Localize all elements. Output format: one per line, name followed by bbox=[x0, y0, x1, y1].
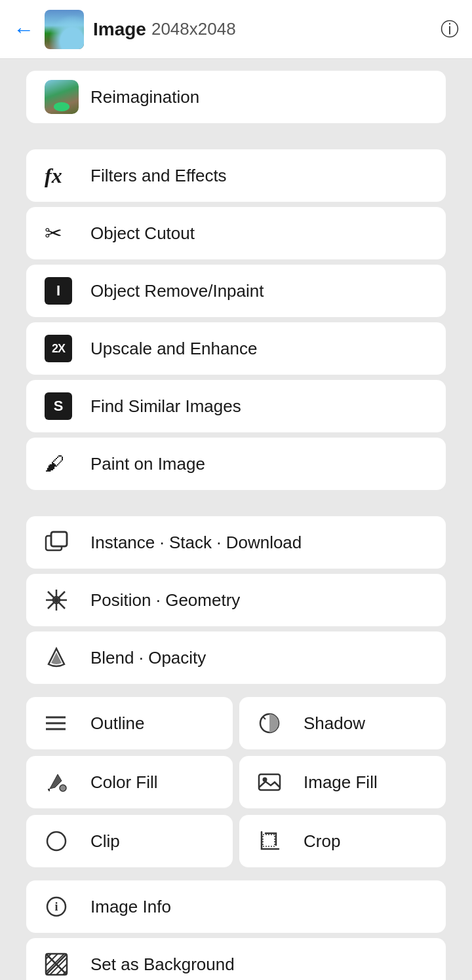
image-size: 2048x2048 bbox=[151, 19, 236, 39]
menu-item-set-background[interactable]: Set as Background bbox=[26, 938, 446, 980]
svg-line-12 bbox=[263, 717, 266, 719]
menu-item-outline[interactable]: Outline bbox=[26, 697, 233, 749]
clip-icon bbox=[45, 829, 79, 853]
filters-effects-icon: fx bbox=[45, 164, 79, 188]
menu-item-filters-effects[interactable]: fx Filters and Effects bbox=[26, 149, 446, 202]
blend-opacity-icon bbox=[45, 646, 79, 669]
menu-item-position-geometry[interactable]: Position · Geometry bbox=[26, 574, 446, 626]
filters-effects-label: Filters and Effects bbox=[90, 166, 227, 186]
image-fill-icon bbox=[258, 770, 292, 794]
section-tools1: fx Filters and Effects ✂ Object Cutout I… bbox=[26, 149, 446, 490]
inpaint-box: I bbox=[45, 277, 72, 305]
position-geometry-label: Position · Geometry bbox=[90, 590, 240, 611]
upscale-icon: 2X bbox=[45, 335, 79, 362]
inpaint-icon: I bbox=[45, 277, 79, 305]
image-thumbnail bbox=[45, 10, 84, 49]
menu-item-find-similar[interactable]: S Find Similar Images bbox=[26, 380, 446, 432]
menu-item-clip[interactable]: Clip bbox=[26, 815, 233, 867]
instance-stack-label: Instance · Stack · Download bbox=[90, 533, 302, 553]
menu-item-image-info[interactable]: i Image Info bbox=[26, 880, 446, 933]
menu-item-instance-stack[interactable]: Instance · Stack · Download bbox=[26, 516, 446, 569]
svg-point-13 bbox=[60, 785, 66, 791]
upscale-box: 2X bbox=[45, 335, 72, 362]
svg-point-16 bbox=[47, 832, 66, 850]
find-similar-icon: S bbox=[45, 392, 79, 420]
svg-rect-17 bbox=[263, 835, 275, 846]
set-background-label: Set as Background bbox=[90, 954, 235, 975]
outline-icon bbox=[45, 714, 79, 732]
menu-item-object-cutout[interactable]: ✂ Object Cutout bbox=[26, 207, 446, 259]
menu-item-paint[interactable]: 🖌 Paint on Image bbox=[26, 438, 446, 490]
section-tools3-grid: Outline Shadow bbox=[26, 697, 446, 867]
section-reimagination: Reimagination bbox=[26, 71, 446, 123]
menu-item-shadow[interactable]: Shadow bbox=[239, 697, 446, 749]
page-title: Image bbox=[93, 19, 146, 40]
image-info-label: Image Info bbox=[90, 897, 171, 917]
menu-item-blend-opacity[interactable]: Blend · Opacity bbox=[26, 631, 446, 684]
crop-icon bbox=[258, 829, 292, 853]
outline-label: Outline bbox=[90, 713, 144, 734]
header: ← Image 2048x2048 ⓘ bbox=[0, 0, 472, 59]
set-background-icon bbox=[45, 952, 79, 976]
svg-text:i: i bbox=[54, 900, 58, 913]
brush-icon: 🖌 bbox=[45, 453, 79, 475]
menu-item-image-fill[interactable]: Image Fill bbox=[239, 756, 446, 808]
menu-item-crop[interactable]: Crop bbox=[239, 815, 446, 867]
menu-item-color-fill[interactable]: Color Fill bbox=[26, 756, 233, 808]
image-fill-label: Image Fill bbox=[304, 772, 378, 793]
crop-label: Crop bbox=[304, 831, 340, 852]
position-geometry-icon bbox=[45, 588, 79, 612]
section-tools4: i Image Info S bbox=[26, 880, 446, 980]
back-button[interactable]: ← bbox=[13, 19, 34, 40]
info-button[interactable]: ⓘ bbox=[441, 17, 459, 42]
svg-rect-14 bbox=[259, 774, 280, 790]
object-remove-label: Object Remove/Inpaint bbox=[90, 281, 264, 301]
paint-label: Paint on Image bbox=[90, 454, 205, 474]
instance-icon bbox=[45, 531, 79, 554]
shadow-label: Shadow bbox=[304, 713, 365, 734]
content-area: Reimagination fx Filters and Effects ✂ O… bbox=[0, 59, 472, 980]
find-similar-box: S bbox=[45, 392, 72, 420]
clip-label: Clip bbox=[90, 831, 120, 852]
shadow-icon bbox=[258, 711, 292, 735]
reimagination-icon bbox=[45, 80, 79, 114]
color-fill-icon bbox=[45, 770, 79, 794]
scissors-icon: ✂ bbox=[45, 221, 79, 246]
reimagination-label: Reimagination bbox=[90, 87, 199, 107]
blend-opacity-label: Blend · Opacity bbox=[90, 648, 206, 668]
section-tools2: Instance · Stack · Download Position · G… bbox=[26, 516, 446, 684]
find-similar-label: Find Similar Images bbox=[90, 396, 241, 417]
color-fill-label: Color Fill bbox=[90, 772, 158, 793]
menu-item-reimagination[interactable]: Reimagination bbox=[26, 71, 446, 123]
svg-rect-1 bbox=[51, 532, 67, 546]
image-info-icon: i bbox=[45, 895, 79, 918]
upscale-label: Upscale and Enhance bbox=[90, 339, 257, 359]
menu-item-object-remove[interactable]: I Object Remove/Inpaint bbox=[26, 265, 446, 317]
object-cutout-label: Object Cutout bbox=[90, 223, 195, 244]
menu-item-upscale[interactable]: 2X Upscale and Enhance bbox=[26, 322, 446, 375]
